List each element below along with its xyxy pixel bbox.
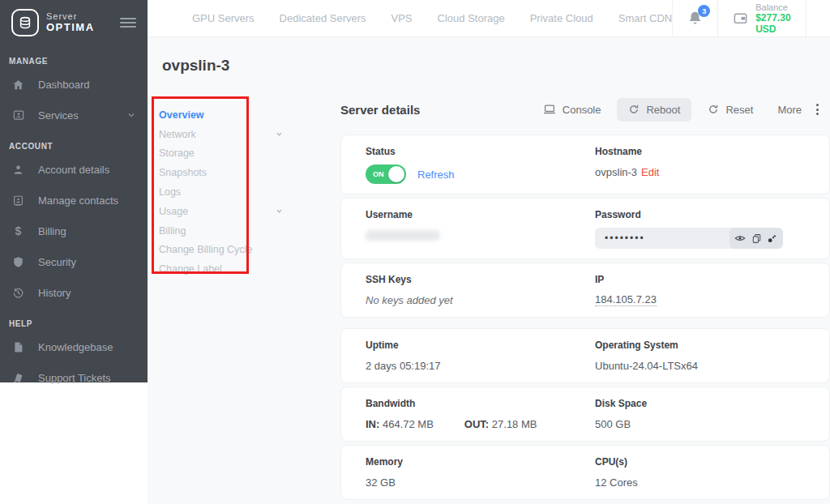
disk-space-label: Disk Space <box>595 398 829 409</box>
bandwidth-out-value: 27.18 MB <box>492 418 537 430</box>
reload-icon <box>628 104 640 115</box>
sidebar-item-label: Support Tickets <box>38 372 111 384</box>
notifications-segment: 3 <box>672 0 717 36</box>
sidebar-item-knowledgebase[interactable]: Knowledgebase <box>0 331 148 362</box>
sidebar-item-support-tickets[interactable]: Support Tickets <box>0 362 148 393</box>
balance-segment[interactable]: Balance $277.30 USD <box>717 0 805 36</box>
reload-icon <box>708 104 719 115</box>
submenu-item-usage[interactable]: Usage <box>148 202 340 221</box>
nav-gpu-servers[interactable]: GPU Servers <box>192 12 255 24</box>
card-memory-cpu: Memory 32 GB CPU(s) 12 Cores <box>340 445 830 500</box>
kebab-menu-icon[interactable] <box>813 100 822 118</box>
copy-icon[interactable] <box>751 233 762 244</box>
user-menu[interactable]: Welcome <box>821 6 830 30</box>
cpu-label: CPU(s) <box>595 456 829 468</box>
password-masked-value: •••••••• <box>595 228 729 249</box>
password-field[interactable]: •••••••• <box>595 228 783 249</box>
more-button[interactable]: More <box>769 98 803 122</box>
nav-vps[interactable]: VPS <box>391 12 413 24</box>
top-bar-right: 3 Balance $277.30 USD <box>672 0 830 36</box>
status-toggle[interactable]: ON <box>366 164 406 184</box>
sidebar-item-dashboard[interactable]: Dashboard <box>0 69 148 100</box>
history-icon <box>11 287 25 299</box>
bandwidth-out-label: OUT: <box>464 418 489 430</box>
shield-icon <box>11 256 25 268</box>
menu-toggle-icon[interactable] <box>120 18 136 28</box>
card-ssh-ip: SSH Keys No keys added yet IP 184.105.7.… <box>340 263 830 318</box>
app-window: Server OPTIMA MANAGE Dashboard Services … <box>0 0 830 504</box>
nav-dedicated-servers[interactable]: Dedicated Servers <box>280 12 366 24</box>
sidebar-section-manage: MANAGE <box>0 45 148 69</box>
sidebar-item-account-details[interactable]: Account details <box>0 154 148 185</box>
sidebar-item-billing[interactable]: $ Billing <box>0 216 148 246</box>
refresh-link[interactable]: Refresh <box>417 169 455 181</box>
wallet-icon <box>733 11 748 26</box>
card-uptime-os: Uptime 2 days 05:19:17 Operating System … <box>340 328 830 383</box>
sidebar-item-label: Billing <box>38 225 66 237</box>
notification-count-badge: 3 <box>698 5 710 17</box>
ssh-keys-value: No keys added yet <box>366 293 595 307</box>
dollar-icon: $ <box>11 224 25 237</box>
person-icon <box>11 164 25 176</box>
submenu-item-network[interactable]: Network <box>148 125 340 144</box>
panel-title: Server details <box>340 103 420 117</box>
memory-value: 32 GB <box>366 475 595 489</box>
disk-space-value: 500 GB <box>595 416 829 431</box>
memory-label: Memory <box>366 456 595 468</box>
document-icon <box>11 341 25 353</box>
submenu-item-change-label[interactable]: Change Label <box>148 259 340 279</box>
balance-label: Balance <box>755 2 790 12</box>
console-button[interactable]: Console <box>535 97 610 122</box>
sidebar-item-label: History <box>38 287 71 299</box>
sidebar-item-label: Manage contacts <box>38 194 118 207</box>
sidebar-item-security[interactable]: Security <box>0 246 148 277</box>
os-label: Operating System <box>595 340 829 351</box>
sidebar-item-history[interactable]: History <box>0 277 148 308</box>
notification-bell-icon[interactable]: 3 <box>687 11 703 26</box>
submenu-item-overview[interactable]: Overview <box>148 105 340 125</box>
show-password-eye-icon[interactable] <box>734 233 746 244</box>
brand-logo[interactable]: Server OPTIMA <box>0 0 148 45</box>
reboot-button[interactable]: Reboot <box>617 98 691 122</box>
card-status-hostname: Status ON Refresh Hostname <box>340 135 830 194</box>
submenu-item-snapshots[interactable]: Snapshots <box>148 163 340 182</box>
uptime-value: 2 days 05:19:17 <box>366 358 595 373</box>
sidebar-item-services[interactable]: Services <box>0 100 148 130</box>
ticket-icon <box>11 372 25 384</box>
cpu-value: 12 Cores <box>595 475 829 489</box>
password-actions <box>729 228 783 249</box>
submenu-item-storage[interactable]: Storage <box>148 144 340 164</box>
chevron-down-icon <box>126 110 136 120</box>
key-icon[interactable] <box>767 233 778 244</box>
console-icon <box>543 103 556 116</box>
card-username-password: Username Password •••••••• <box>340 198 830 259</box>
nav-smart-cdn[interactable]: Smart CDN <box>618 12 672 24</box>
password-label: Password <box>595 209 829 220</box>
toggle-knob <box>388 166 404 182</box>
submenu-item-change-billing-cycle[interactable]: Change Billing Cycle <box>148 241 340 260</box>
reset-button[interactable]: Reset <box>700 98 761 122</box>
edit-hostname-link[interactable]: Edit <box>641 166 659 178</box>
chevron-down-icon <box>275 130 284 139</box>
top-navigation: GPU Servers Dedicated Servers VPS Cloud … <box>192 0 672 36</box>
balance-value: $277.30 USD <box>755 12 790 35</box>
nav-private-cloud[interactable]: Private Cloud <box>530 12 593 24</box>
submenu-item-billing[interactable]: Billing <box>148 221 340 241</box>
bandwidth-label: Bandwidth <box>366 398 595 409</box>
hostname-value: ovpslin-3 <box>595 166 637 178</box>
chevron-down-icon <box>275 207 284 216</box>
status-label: Status <box>366 146 595 157</box>
sidebar-item-label: Security <box>38 256 76 268</box>
sidebar-section-help: HELP <box>0 308 148 331</box>
main-content: ovpslin-3 Overview Network Storage Snaps… <box>148 37 830 504</box>
database-icon <box>11 9 39 36</box>
user-menu-segment[interactable]: Welcome <box>806 0 830 36</box>
ip-label: IP <box>595 274 829 285</box>
nav-cloud-storage[interactable]: Cloud Storage <box>438 12 505 24</box>
ssh-keys-label: SSH Keys <box>366 274 595 285</box>
submenu-item-logs[interactable]: Logs <box>148 182 340 202</box>
sidebar-item-manage-contacts[interactable]: Manage contacts <box>0 185 148 216</box>
sidebar-section-account: ACCOUNT <box>0 130 148 154</box>
ip-value[interactable]: 184.105.7.23 <box>595 293 657 306</box>
server-detail-cards: Status ON Refresh Hostname <box>340 135 830 500</box>
